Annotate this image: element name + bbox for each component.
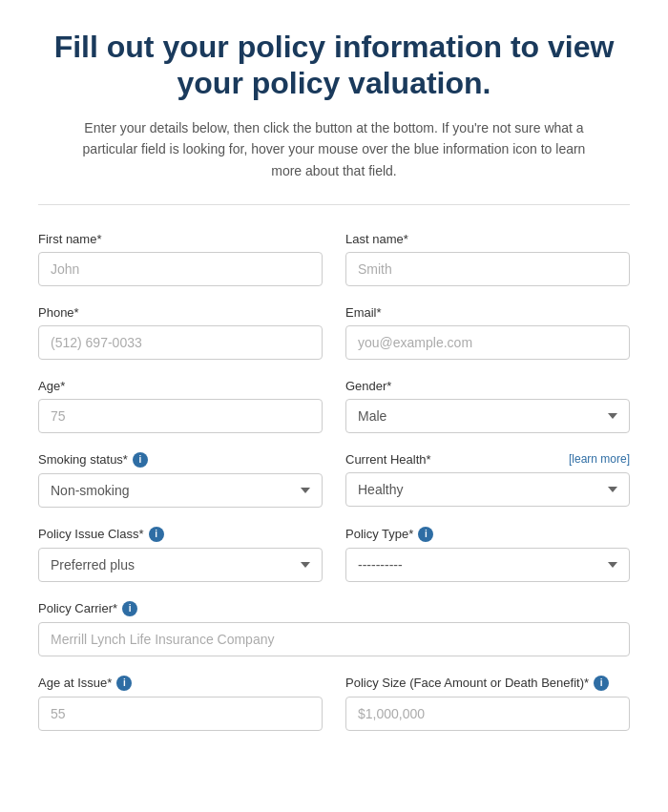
policy-carrier-label-left: Policy Carrier* i: [38, 601, 137, 616]
first-name-label: First name*: [38, 232, 323, 246]
last-name-group: Last name*: [345, 232, 630, 286]
form-grid: First name* Last name* Phone* Email* Age…: [38, 232, 630, 731]
policy-type-group: Policy Type* i ---------- Term Whole Lif…: [345, 527, 630, 582]
age-at-issue-label-row: Age at Issue* i: [38, 676, 323, 691]
age-at-issue-input[interactable]: [38, 697, 323, 731]
current-health-label: Current Health*: [345, 452, 431, 467]
smoking-status-label: Smoking status*: [38, 452, 128, 467]
policy-type-label-left: Policy Type* i: [345, 527, 433, 542]
page-container: Fill out your policy information to view…: [0, 0, 668, 769]
policy-type-select[interactable]: ---------- Term Whole Life Universal Lif…: [345, 548, 630, 582]
policy-issue-info-icon[interactable]: i: [149, 527, 164, 542]
current-health-select[interactable]: Healthy Average Poor: [345, 472, 630, 507]
age-at-issue-info-icon[interactable]: i: [116, 676, 132, 691]
policy-carrier-label: Policy Carrier*: [38, 601, 117, 615]
gender-group: Gender* Male Female Other: [345, 379, 630, 433]
smoking-status-group: Smoking status* i Non-smoking Smoking: [38, 452, 323, 508]
age-at-issue-label-left: Age at Issue* i: [38, 676, 132, 691]
policy-issue-label-left: Policy Issue Class* i: [38, 527, 164, 542]
page-title: Fill out your policy information to view…: [38, 29, 630, 102]
policy-size-label: Policy Size (Face Amount or Death Benefi…: [345, 676, 589, 690]
section-divider: [38, 204, 630, 205]
email-group: Email*: [345, 305, 630, 360]
policy-carrier-info-icon[interactable]: i: [122, 601, 137, 616]
smoking-label-left: Smoking status* i: [38, 452, 148, 468]
policy-carrier-label-row: Policy Carrier* i: [38, 601, 630, 616]
policy-type-label: Policy Type*: [345, 527, 413, 541]
age-group: Age*: [38, 379, 323, 433]
policy-size-info-icon[interactable]: i: [594, 676, 609, 691]
policy-issue-class-group: Policy Issue Class* i Preferred plus Pre…: [38, 527, 323, 582]
first-name-input[interactable]: [38, 252, 323, 286]
smoking-label-row: Smoking status* i: [38, 452, 323, 468]
last-name-input[interactable]: [345, 252, 630, 286]
email-input[interactable]: [345, 325, 630, 360]
current-health-group: Current Health* [learn more] Healthy Ave…: [345, 452, 630, 508]
age-label: Age*: [38, 379, 323, 393]
policy-type-info-icon[interactable]: i: [418, 527, 433, 542]
gender-select[interactable]: Male Female Other: [345, 399, 630, 433]
phone-group: Phone*: [38, 305, 323, 360]
policy-issue-class-select[interactable]: Preferred plus Preferred Standard plus S…: [38, 548, 323, 582]
age-at-issue-group: Age at Issue* i: [38, 676, 323, 731]
policy-size-label-row: Policy Size (Face Amount or Death Benefi…: [345, 676, 630, 691]
health-label-left: Current Health*: [345, 452, 431, 467]
policy-type-label-row: Policy Type* i: [345, 527, 630, 542]
phone-input[interactable]: [38, 325, 323, 360]
policy-carrier-group: Policy Carrier* i: [38, 601, 630, 656]
first-name-group: First name*: [38, 232, 323, 286]
policy-size-label-left: Policy Size (Face Amount or Death Benefi…: [345, 676, 609, 691]
age-at-issue-label: Age at Issue*: [38, 676, 112, 690]
gender-label: Gender*: [345, 379, 630, 393]
smoking-status-select[interactable]: Non-smoking Smoking: [38, 473, 323, 508]
current-health-learn-more[interactable]: [learn more]: [569, 452, 630, 466]
last-name-label: Last name*: [345, 232, 630, 246]
age-input[interactable]: [38, 399, 323, 433]
header-section: Fill out your policy information to view…: [38, 29, 630, 181]
email-label: Email*: [345, 305, 630, 320]
phone-label: Phone*: [38, 305, 323, 320]
policy-size-input[interactable]: [345, 697, 630, 731]
policy-size-group: Policy Size (Face Amount or Death Benefi…: [345, 676, 630, 731]
health-label-row: Current Health* [learn more]: [345, 452, 630, 467]
policy-issue-label-row: Policy Issue Class* i: [38, 527, 323, 542]
policy-issue-class-label: Policy Issue Class*: [38, 527, 144, 541]
policy-carrier-input[interactable]: [38, 622, 630, 656]
page-subtitle: Enter your details below, then click the…: [67, 117, 601, 181]
smoking-info-icon[interactable]: i: [133, 452, 148, 468]
